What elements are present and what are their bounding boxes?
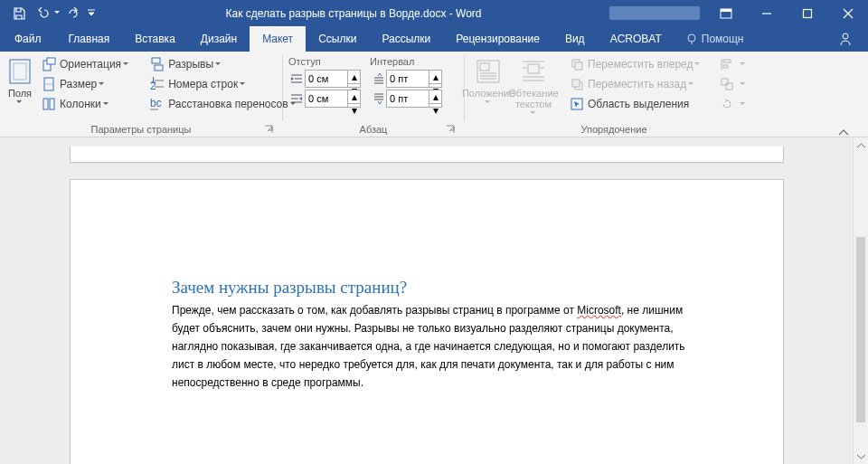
orientation-icon — [42, 57, 56, 71]
tab-acrobat[interactable]: ACROBAT — [598, 26, 675, 52]
space-before-input[interactable] — [386, 70, 429, 88]
group-paragraph: Отступ ▴▾ ▴▾ Интервал ▴▾ — [283, 52, 464, 137]
page-content[interactable]: Зачем нужны разрывы страниц? Прежде, чем… — [172, 278, 692, 392]
indent-right-input[interactable] — [305, 90, 348, 108]
svg-point-7 — [843, 33, 848, 39]
page-setup-dialog-launcher[interactable] — [263, 124, 275, 136]
rotate-icon — [720, 97, 734, 111]
rotate-button — [716, 94, 754, 114]
send-backward-icon — [570, 77, 584, 91]
size-icon — [42, 77, 56, 91]
svg-rect-16 — [152, 58, 160, 63]
maximize-button[interactable] — [787, 0, 827, 26]
indent-label: Отступ — [288, 54, 361, 69]
svg-text:2: 2 — [150, 80, 156, 91]
account-name-redacted — [609, 6, 700, 20]
paragraph-text-1[interactable]: Прежде, чем рассказать о том, как добавл… — [172, 304, 577, 317]
ribbon: Поля Ориентация Размер Колонки — [0, 52, 868, 137]
svg-point-5 — [688, 34, 695, 42]
tab-insert[interactable]: Вставка — [122, 26, 188, 52]
redo-button[interactable] — [61, 3, 85, 24]
page[interactable]: Зачем нужны разрывы страниц? Прежде, чем… — [70, 179, 784, 464]
space-after-spinner[interactable]: ▴▾ — [370, 89, 442, 109]
svg-rect-48 — [575, 62, 582, 70]
minimize-button[interactable] — [746, 0, 787, 26]
selection-pane-button[interactable]: Область выделения — [566, 94, 709, 114]
tab-view[interactable]: Вид — [552, 26, 598, 52]
bring-forward-button: Переместить вперед — [566, 54, 709, 74]
svg-rect-50 — [572, 80, 580, 87]
space-before-icon — [372, 72, 384, 85]
indent-left-icon — [290, 72, 303, 85]
document-paragraph[interactable]: Прежде, чем рассказать о том, как добавл… — [172, 301, 692, 392]
scroll-thumb[interactable] — [856, 237, 865, 422]
line-numbers-icon: 12 — [150, 77, 165, 91]
tab-file[interactable]: Файл — [0, 26, 56, 52]
space-before-spinner[interactable]: ▴▾ — [370, 69, 442, 89]
tell-me-search[interactable]: Помощн — [685, 26, 744, 52]
group-page-setup: Поля Ориентация Размер Колонки — [0, 52, 282, 137]
tab-home[interactable]: Главная — [56, 26, 123, 52]
scroll-up-button[interactable] — [854, 137, 868, 153]
svg-rect-14 — [43, 99, 48, 109]
columns-button[interactable]: Колонки — [38, 94, 137, 114]
document-area[interactable]: Зачем нужны разрывы страниц? Прежде, чем… — [0, 137, 853, 464]
indent-left-stepper[interactable]: ▴▾ — [348, 70, 361, 88]
group-caption-arrange: Упорядочение — [581, 124, 647, 135]
svg-rect-54 — [723, 65, 728, 68]
save-button[interactable] — [7, 3, 31, 24]
svg-rect-11 — [47, 58, 55, 64]
indent-right-icon — [290, 92, 303, 105]
svg-rect-56 — [726, 83, 732, 90]
group-caption-page-setup: Параметры страницы — [91, 124, 192, 135]
spelling-error[interactable]: Microsoft — [577, 304, 621, 317]
svg-rect-15 — [50, 99, 54, 109]
ribbon-display-options[interactable] — [705, 0, 746, 26]
tab-review[interactable]: Рецензирование — [443, 26, 552, 52]
group-objects-icon — [720, 77, 734, 91]
svg-rect-55 — [722, 79, 728, 85]
vertical-scrollbar[interactable] — [853, 137, 868, 464]
svg-rect-4 — [803, 9, 811, 17]
paragraph-dialog-launcher[interactable] — [445, 124, 457, 136]
breaks-icon — [150, 57, 165, 71]
tab-design[interactable]: Дизайн — [188, 26, 250, 52]
align-icon — [720, 57, 734, 71]
undo-dropdown[interactable] — [54, 11, 61, 15]
close-button[interactable] — [827, 0, 868, 26]
scroll-down-button[interactable] — [854, 449, 868, 464]
svg-text:bc: bc — [150, 97, 162, 109]
window-title: Как сделать разрыв страницы в Ворде.docx… — [98, 7, 609, 20]
ribbon-tabs: Файл Главная Вставка Дизайн Макет Ссылки… — [0, 26, 868, 52]
qat-customize[interactable] — [85, 3, 98, 24]
wrap-text-button: Обтекание текстом — [506, 54, 561, 116]
hyphenation-button[interactable]: bc Расстановка переносов — [146, 94, 305, 114]
space-before-stepper[interactable]: ▴▾ — [429, 70, 442, 88]
paragraph-text-2[interactable]: , не лишним будет объяснить, зачем они н… — [172, 304, 685, 389]
title-bar: Как сделать разрыв страницы в Ворде.docx… — [0, 0, 868, 26]
margins-button[interactable]: Поля — [5, 54, 34, 105]
indent-right-spinner[interactable]: ▴▾ — [288, 89, 361, 109]
send-backward-button: Переместить назад — [566, 74, 709, 94]
orientation-button[interactable]: Ориентация — [38, 54, 137, 74]
columns-icon — [42, 97, 56, 111]
tab-layout[interactable]: Макет — [250, 26, 306, 52]
size-button[interactable]: Размер — [38, 74, 137, 94]
space-after-stepper[interactable]: ▴▾ — [429, 90, 442, 108]
space-after-input[interactable] — [386, 90, 429, 108]
indent-right-stepper[interactable]: ▴▾ — [348, 90, 361, 108]
share-button[interactable] — [832, 32, 859, 46]
svg-rect-17 — [155, 65, 163, 71]
indent-left-input[interactable] — [305, 70, 348, 88]
collapse-ribbon-button[interactable] — [837, 128, 850, 137]
undo-button[interactable] — [31, 3, 54, 24]
selection-pane-icon — [570, 97, 584, 111]
line-numbers-button[interactable]: 12 Номера строк — [146, 74, 305, 94]
group-arrange: Положение Обтекание текстом Переместить … — [465, 52, 763, 137]
indent-left-spinner[interactable]: ▴▾ — [288, 69, 361, 89]
tab-references[interactable]: Ссылки — [306, 26, 369, 52]
previous-page-fragment[interactable] — [70, 147, 784, 163]
document-heading[interactable]: Зачем нужны разрывы страниц? — [172, 278, 692, 298]
tab-mailings[interactable]: Рассылки — [369, 26, 443, 52]
breaks-button[interactable]: Разрывы — [146, 54, 305, 74]
